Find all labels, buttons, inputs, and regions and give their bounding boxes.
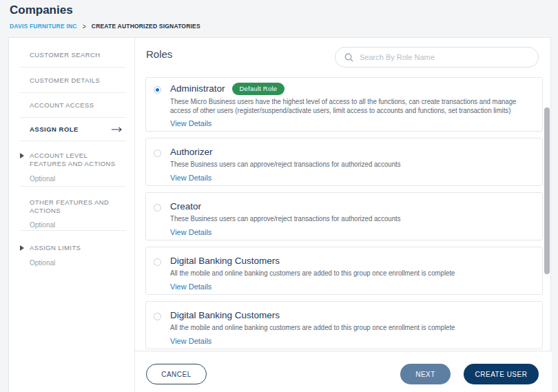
view-details-link[interactable]: View Details [170, 119, 211, 127]
radio-unselected[interactable] [154, 258, 161, 266]
page-title: Companies [10, 3, 73, 17]
right-arrow-icon [112, 126, 123, 133]
sidebar-item-assign-limits[interactable]: ASSIGN LIMITS Optional [9, 231, 134, 279]
search-icon [344, 53, 353, 62]
view-details-link[interactable]: View Details [170, 282, 211, 291]
view-details-link[interactable]: View Details [170, 174, 211, 182]
role-card-authorizer[interactable]: Authorizer These Business users can appr… [145, 138, 543, 186]
role-description: All the mobile and online banking custom… [170, 323, 533, 332]
breadcrumb-current: CREATE AUTHORIZED SIGNATORIES [92, 23, 200, 30]
role-card-creator[interactable]: Creator These Business users can approve… [145, 192, 543, 240]
sidebar-item-other-features[interactable]: OTHER FEATURES AND ACTIONS Optional [9, 187, 134, 231]
view-details-link[interactable]: View Details [170, 337, 211, 345]
role-description: These Micro Business users have the high… [170, 97, 533, 114]
radio-selected[interactable] [154, 86, 161, 94]
roles-main-area: Roles Search By Role Name Administrator … [135, 38, 552, 392]
sidebar-item-customer-details[interactable]: CUSTOMER DETAILS [9, 68, 134, 93]
breadcrumb-parent-link[interactable]: DAVIS FURNITURE INC [10, 23, 77, 30]
sidebar-item-account-level-features[interactable]: ACCOUNT LEVEL FEATURES AND ACTIONS Optio… [9, 141, 134, 187]
role-description: These Business users can approve/reject … [170, 160, 533, 169]
roles-list: Administrator Default Role These Micro B… [145, 77, 543, 355]
sidebar-item-assign-role[interactable]: ASSIGN ROLE [9, 118, 134, 141]
radio-unselected[interactable] [154, 204, 161, 212]
roles-heading: Roles [146, 48, 172, 60]
view-details-link[interactable]: View Details [170, 228, 211, 236]
sidebar-item-account-access[interactable]: ACCOUNT ACCESS [9, 93, 134, 118]
footer-action-bar: CANCEL NEXT CREATE USER [135, 351, 552, 392]
breadcrumb: DAVIS FURNITURE INC > CREATE AUTHORIZED … [10, 23, 200, 30]
scrollbar-thumb[interactable] [544, 107, 550, 274]
expand-triangle-icon[interactable] [20, 153, 24, 158]
role-description: All the mobile and online banking custom… [170, 269, 533, 278]
sidebar-item-customer-search[interactable]: CUSTOMER SEARCH [9, 38, 134, 68]
radio-unselected[interactable] [154, 313, 161, 320]
role-card-digital-banking-2[interactable]: Digital Banking Customers All the mobile… [145, 301, 543, 349]
default-role-badge: Default Role [232, 83, 285, 95]
breadcrumb-separator-icon: > [83, 22, 86, 31]
content-panel: CUSTOMER SEARCH CUSTOMER DETAILS ACCOUNT… [8, 37, 551, 392]
role-card-administrator[interactable]: Administrator Default Role These Micro B… [145, 77, 543, 132]
wizard-steps-sidebar: CUSTOMER SEARCH CUSTOMER DETAILS ACCOUNT… [9, 38, 135, 392]
search-placeholder: Search By Role Name [360, 53, 435, 61]
role-description: These Business users can approve/reject … [170, 214, 533, 223]
expand-triangle-icon[interactable] [20, 245, 24, 251]
next-button[interactable]: NEXT [400, 364, 451, 384]
role-search-input[interactable]: Search By Role Name [335, 47, 539, 68]
radio-unselected[interactable] [154, 149, 161, 157]
create-user-button[interactable]: CREATE USER [464, 364, 539, 384]
cancel-button[interactable]: CANCEL [146, 364, 207, 384]
role-card-digital-banking-1[interactable]: Digital Banking Customers All the mobile… [145, 247, 543, 295]
